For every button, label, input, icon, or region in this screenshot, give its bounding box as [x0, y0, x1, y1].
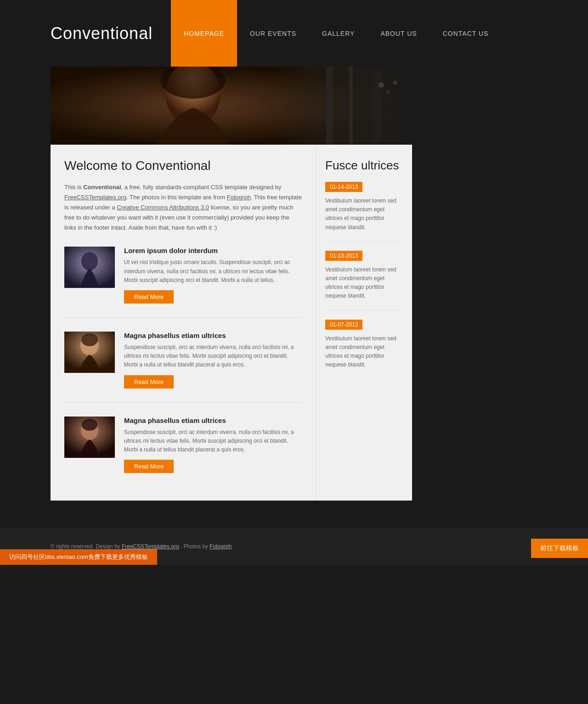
article-image-2	[64, 332, 115, 373]
article-image-1	[64, 247, 115, 288]
footer-design-link[interactable]: FreeCSSTemplates.org	[122, 543, 179, 550]
nav-about-us[interactable]: ABOUT US	[368, 0, 430, 67]
sidebar-date-3: 01-07-2013	[325, 320, 362, 330]
svg-rect-4	[271, 67, 412, 145]
svg-rect-7	[372, 71, 381, 140]
footer: © rights reserved. Design by FreeCSSTemp…	[0, 528, 588, 565]
svg-point-8	[379, 82, 384, 88]
nav-gallery[interactable]: GALLERY	[309, 0, 368, 67]
sidebar-entry-3: 01-07-2013 Vestibulum laoreet lorem sed …	[325, 320, 403, 379]
welcome-text: This is Conventional, a free, fully stan…	[64, 182, 302, 233]
article-title-3: Magna phasellus etiam ultrices	[124, 417, 302, 424]
welcome-title: Welcome to Conventional	[64, 158, 302, 173]
footer-photos-text: . Photos by	[181, 543, 209, 550]
svg-point-13	[82, 253, 97, 264]
sidebar-text-3: Vestibulum laoreet lorem sed amet condim…	[325, 334, 403, 370]
svg-point-10	[393, 80, 397, 85]
svg-point-9	[386, 90, 390, 94]
article-item-3: Magna phasellus etiam ultrices Suspendis…	[64, 417, 302, 487]
svg-rect-6	[349, 67, 353, 145]
article-body-3: Magna phasellus etiam ultrices Suspendis…	[124, 417, 302, 473]
svg-rect-5	[326, 67, 333, 145]
content-wrapper: Welcome to Conventional This is Conventi…	[51, 145, 412, 501]
article-title-1: Lorem ipsum dolor interdum	[124, 247, 302, 254]
footer-photos-link[interactable]: Fotogrph	[209, 543, 232, 550]
header: Conventional HOMEPAGE OUR EVENTS GALLERY…	[0, 0, 588, 67]
main-content: Welcome to Conventional This is Conventi…	[51, 145, 316, 501]
read-more-button-2[interactable]: Read More	[124, 375, 174, 389]
brand-name: Conventional	[83, 184, 121, 191]
article-title-2: Magna phasellus etiam ultrices	[124, 332, 302, 339]
article-text-2: Suspendisse suscipit, orci ac interdum v…	[124, 343, 302, 370]
nav-our-events[interactable]: OUR EVENTS	[237, 0, 309, 67]
read-more-button-3[interactable]: Read More	[124, 460, 174, 473]
download-button[interactable]: 前往下载模板	[531, 539, 588, 558]
article-item-1: Lorem ipsum dolor interdum Ut vel nisl t…	[64, 247, 302, 318]
sidebar-title: Fusce ultrices	[325, 158, 403, 173]
sidebar-date-2: 01-13-2013	[325, 251, 362, 261]
footer-overlay: 访问四号社区bbs.xieniao.com免费下载更多优秀模板	[0, 549, 157, 565]
hero-svg	[51, 67, 412, 145]
fotogrph-link-intro[interactable]: Fotogrph	[227, 194, 251, 201]
nav-contact-us[interactable]: CONTACT US	[430, 0, 502, 67]
freecss-link[interactable]: FreeCSSTemplates.org	[64, 194, 126, 201]
article-img-svg-1	[64, 247, 115, 288]
article-text-1: Ut vel nisl tristique justo ornare iacul…	[124, 258, 302, 285]
article-image-3	[64, 417, 115, 458]
sidebar: Fusce ultrices 01-14-2013 Vestibulum lao…	[316, 145, 412, 501]
hero-image	[51, 67, 412, 145]
article-body-1: Lorem ipsum dolor interdum Ut vel nisl t…	[124, 247, 302, 304]
sidebar-text-1: Vestibulum laoreet lorem sed amet condim…	[325, 197, 403, 232]
svg-point-16	[81, 333, 98, 346]
sidebar-text-2: Vestibulum laoreet lorem sed amet condim…	[325, 265, 403, 301]
site-title: Conventional	[51, 24, 153, 43]
footer-spacer	[0, 501, 588, 528]
article-img-svg-3	[64, 417, 115, 458]
nav-homepage[interactable]: HOMEPAGE	[171, 0, 237, 67]
cc-link[interactable]: Creative Commons Attributions 3.0	[117, 204, 209, 211]
footer-overlay-text: 访问四号社区bbs.xieniao.com免费下载更多优秀模板	[9, 553, 148, 560]
article-item-2: Magna phasellus etiam ultrices Suspendis…	[64, 332, 302, 403]
nav: HOMEPAGE OUR EVENTS GALLERY ABOUT US CON…	[171, 0, 501, 67]
footer-copyright: rights reserved. Design by	[56, 543, 122, 550]
sidebar-entry-2: 01-13-2013 Vestibulum laoreet lorem sed …	[325, 251, 403, 310]
footer-text: © rights reserved. Design by FreeCSSTemp…	[51, 543, 232, 550]
sidebar-entry-1: 01-14-2013 Vestibulum laoreet lorem sed …	[325, 182, 403, 242]
article-body-2: Magna phasellus etiam ultrices Suspendis…	[124, 332, 302, 389]
svg-point-19	[82, 419, 97, 431]
article-text-3: Suspendisse suscipit, orci ac interdum v…	[124, 428, 302, 455]
article-img-svg-2	[64, 332, 115, 373]
sidebar-date-1: 01-14-2013	[325, 182, 362, 192]
read-more-button-1[interactable]: Read More	[124, 290, 174, 304]
